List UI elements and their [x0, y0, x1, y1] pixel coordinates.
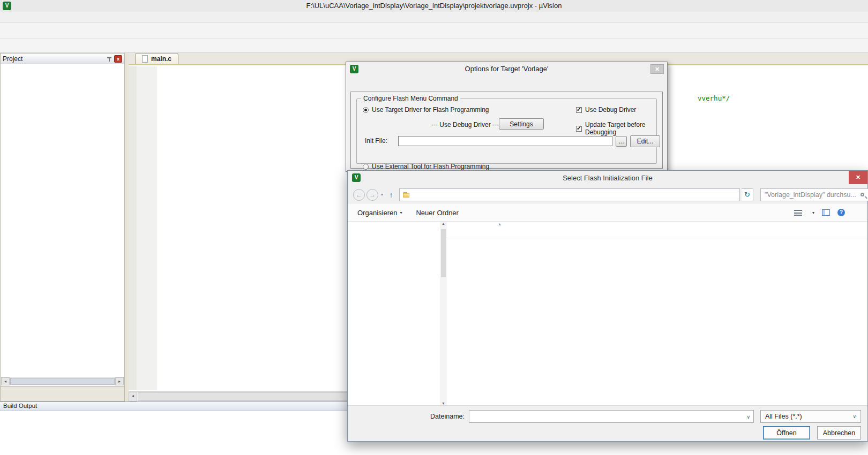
search-text: "Vorlage_intDisplay" durchsu...: [765, 191, 856, 199]
target-driver-radio[interactable]: [363, 107, 369, 113]
uvision-logo-icon: [352, 173, 361, 182]
panel-splitter[interactable]: [125, 53, 129, 401]
new-folder-button[interactable]: Neuer Ordner: [416, 209, 458, 217]
filter-value: All Files (*.*): [765, 413, 802, 420]
scroll-down-icon[interactable]: ▼: [440, 401, 447, 405]
project-panel-header: Project: [1, 54, 124, 64]
group-title: Configure Flash Menu Command: [361, 95, 460, 102]
address-bar: ← → ▾ ↑ ↻ "Vorlage_intDisplay" durchsu..…: [348, 185, 867, 204]
scrollbar-thumb[interactable]: [10, 378, 115, 385]
file-list: ▲: [447, 222, 867, 405]
file-dialog: Select Flash Initialization File ← → ▾ ↑…: [347, 170, 868, 442]
update-target-checkbox[interactable]: [576, 126, 582, 132]
project-tree: [1, 65, 124, 376]
project-panel: Project ◂ ▸: [0, 53, 125, 401]
scroll-right-icon[interactable]: ▸: [115, 377, 124, 385]
workspace-tabs: [1, 386, 124, 401]
uvision-logo-icon: [350, 65, 358, 73]
sort-ascending-icon: ▲: [498, 222, 502, 226]
cancel-button[interactable]: Abbrechen: [817, 426, 861, 439]
organize-menu[interactable]: Organisieren: [357, 209, 397, 217]
file-dialog-title: Select Flash Initialization File: [563, 174, 653, 182]
editor-overflow-text: vverhu*/: [698, 94, 730, 103]
scrollbar-thumb[interactable]: [441, 229, 446, 277]
utilities-tab-page: Configure Flash Menu Command Use Target …: [350, 92, 663, 169]
options-dialog-title: Options for Target 'Vorlage': [465, 65, 549, 73]
column-headers: ▲: [447, 222, 867, 239]
uvision-logo-icon: [3, 2, 11, 10]
init-file-input[interactable]: [398, 136, 612, 146]
uvision-window: F:\UL\uCAA\Vorlage_intDisplay\Vorlage_in…: [0, 0, 868, 455]
options-dialog: Options for Target 'Vorlage' Configure F…: [346, 62, 668, 172]
editor-tab-main-c[interactable]: main.c: [135, 53, 178, 64]
open-button[interactable]: Öffnen: [763, 426, 810, 439]
file-toolbar: [0, 23, 868, 39]
history-caret-icon[interactable]: ▾: [380, 192, 384, 197]
filename-label: Dateiname:: [427, 413, 465, 420]
scroll-left-icon[interactable]: ◂: [129, 392, 137, 401]
file-dialog-footer: Dateiname: ∨ All Files (*.*) ∨ Öffnen Ab…: [348, 405, 867, 441]
debug-driver-note: --- Use Debug Driver ---: [431, 121, 499, 128]
close-panel-icon[interactable]: [114, 55, 122, 63]
file-type-filter[interactable]: All Files (*.*) ∨: [760, 410, 861, 423]
close-icon[interactable]: [650, 64, 664, 74]
view-mode-icon[interactable]: [794, 210, 802, 216]
document-icon: [142, 55, 148, 63]
refresh-icon[interactable]: ↻: [742, 188, 753, 201]
project-panel-title: Project: [3, 55, 23, 63]
use-debug-driver-checkbox[interactable]: [576, 107, 582, 113]
options-dialog-titlebar: Options for Target 'Vorlage': [346, 62, 667, 76]
forward-icon[interactable]: →: [366, 189, 378, 201]
search-icon: [860, 193, 864, 196]
external-tool-radio[interactable]: [363, 164, 369, 170]
preview-pane-icon[interactable]: [822, 209, 830, 216]
edit-button[interactable]: Edit...: [630, 135, 660, 147]
close-icon[interactable]: [849, 171, 867, 184]
init-file-label: Init File:: [365, 137, 387, 145]
window-title: F:\UL\uCAA\Vorlage_intDisplay\Vorlage_in…: [306, 2, 562, 10]
title-bar: F:\UL\uCAA\Vorlage_intDisplay\Vorlage_in…: [0, 0, 868, 12]
scroll-up-icon[interactable]: ▲: [440, 222, 447, 225]
build-toolbar: [0, 39, 868, 53]
editor-tab-label: main.c: [151, 55, 171, 63]
external-tool-radio-label: Use External Tool for Flash Programming: [372, 163, 489, 170]
chevron-down-icon: ▾: [397, 210, 402, 215]
scroll-left-icon[interactable]: ◂: [1, 377, 10, 385]
explorer-toolbar: Organisieren ▾ Neuer Ordner ▾: [348, 204, 867, 222]
menu-bar: [0, 12, 868, 23]
up-icon[interactable]: ↑: [386, 189, 396, 200]
navigation-pane: [348, 222, 440, 405]
nav-scrollbar[interactable]: ▲ ▼: [440, 222, 447, 405]
help-icon[interactable]: [837, 209, 845, 216]
browse-button[interactable]: ...: [616, 136, 627, 147]
settings-button[interactable]: Settings: [499, 118, 544, 130]
dropdown-caret-icon: ∨: [852, 414, 856, 419]
project-panel-hscrollbar[interactable]: ◂ ▸: [1, 377, 124, 385]
target-driver-radio-label: Use Target Driver for Flash Programming: [372, 106, 489, 113]
breadcrumb: [399, 188, 740, 201]
chevron-down-icon[interactable]: ▾: [810, 210, 814, 215]
use-debug-driver-label: Use Debug Driver: [585, 106, 636, 113]
dropdown-caret-icon[interactable]: ∨: [746, 414, 750, 420]
back-icon[interactable]: ←: [353, 189, 365, 201]
pin-icon[interactable]: [107, 56, 112, 62]
update-target-label: Update Target before Debugging: [585, 121, 662, 136]
search-input[interactable]: "Vorlage_intDisplay" durchsu...: [760, 188, 868, 201]
file-dialog-titlebar: Select Flash Initialization File: [348, 171, 867, 185]
filename-input[interactable]: ∨: [469, 410, 754, 423]
folder-icon: [403, 193, 409, 198]
